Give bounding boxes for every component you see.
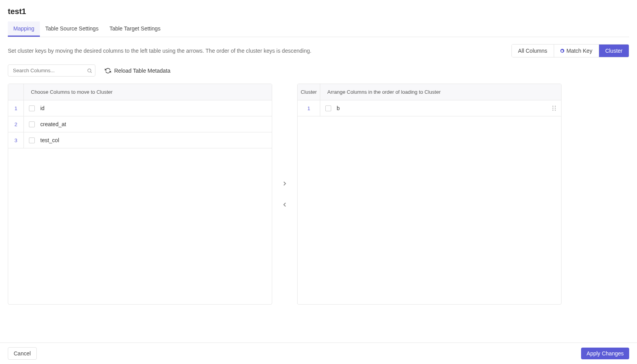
reload-label: Reload Table Metadata	[114, 68, 170, 74]
chevron-right-icon	[281, 180, 288, 187]
cluster-columns-panel: Cluster Arrange Columns in the order of …	[297, 84, 562, 305]
row-checkbox[interactable]	[29, 105, 35, 111]
tabs: Mapping Table Source Settings Table Targ…	[8, 21, 629, 37]
help-text: Set cluster keys by moving the desired c…	[8, 48, 311, 54]
left-panel-header: Choose Columns to move to Cluster	[24, 89, 113, 95]
right-panel-header: Arrange Columns in the order of loading …	[320, 89, 441, 95]
tab-mapping[interactable]: Mapping	[8, 21, 40, 37]
filter-cluster-label: Cluster	[605, 48, 623, 54]
search-input[interactable]	[8, 64, 95, 77]
svg-point-2	[553, 106, 554, 107]
svg-line-1	[91, 71, 92, 73]
reload-table-metadata-button[interactable]: Reload Table Metadata	[105, 68, 170, 74]
filter-match-key-label: Match Key	[567, 48, 592, 54]
filter-match-key[interactable]: Match Key	[554, 45, 599, 57]
svg-point-0	[88, 69, 91, 72]
filter-cluster[interactable]: Cluster	[599, 45, 629, 57]
svg-point-6	[553, 110, 554, 111]
search-box	[8, 64, 95, 77]
svg-point-3	[555, 106, 556, 107]
search-icon	[87, 68, 92, 73]
filter-all-columns[interactable]: All Columns	[512, 45, 554, 57]
dot-icon	[560, 49, 564, 53]
svg-point-4	[553, 108, 554, 109]
row-index: 1	[298, 100, 320, 116]
available-columns-panel: Choose Columns to move to Cluster 1 id 2…	[8, 84, 272, 305]
transfer-arrows	[272, 84, 297, 305]
column-name: test_col	[39, 137, 272, 143]
row-index: 3	[8, 132, 24, 148]
row-checkbox[interactable]	[29, 121, 35, 127]
svg-point-5	[555, 108, 556, 109]
cancel-button[interactable]: Cancel	[8, 347, 37, 360]
row-checkbox[interactable]	[325, 105, 331, 111]
apply-changes-button[interactable]: Apply Changes	[581, 348, 629, 359]
tab-table-source-settings[interactable]: Table Source Settings	[40, 21, 104, 37]
filter-all-columns-label: All Columns	[518, 48, 547, 54]
drag-handle-icon[interactable]	[547, 105, 561, 111]
table-row: 1 id	[8, 100, 272, 116]
page-title: test1	[8, 7, 629, 16]
row-index: 1	[8, 100, 24, 116]
footer: Cancel Apply Changes	[0, 343, 637, 364]
column-name: id	[39, 105, 272, 111]
row-checkbox[interactable]	[29, 137, 35, 143]
tab-table-target-settings[interactable]: Table Target Settings	[104, 21, 166, 37]
svg-point-7	[555, 110, 556, 111]
column-name: created_at	[39, 121, 272, 127]
move-right-button[interactable]	[280, 178, 290, 189]
move-left-button[interactable]	[280, 200, 290, 210]
table-row: 3 test_col	[8, 132, 272, 148]
chevron-left-icon	[281, 201, 288, 208]
right-panel-cluster-header: Cluster	[298, 84, 320, 100]
row-index: 2	[8, 116, 24, 132]
table-row: 1 b	[298, 100, 561, 116]
table-row: 2 created_at	[8, 116, 272, 132]
column-name: b	[336, 105, 547, 111]
filter-button-group: All Columns Match Key Cluster	[511, 44, 629, 57]
refresh-icon	[105, 68, 111, 74]
